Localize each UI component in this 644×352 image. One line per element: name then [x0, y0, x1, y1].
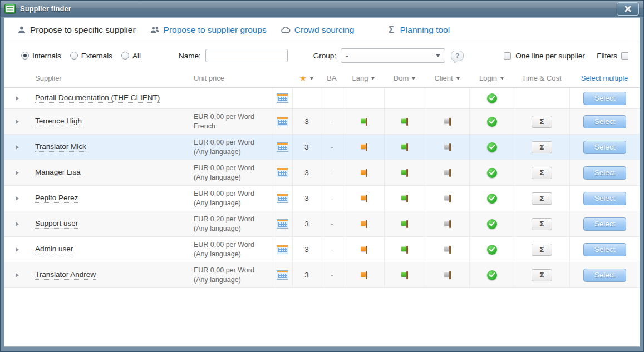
lang-cell	[343, 135, 384, 160]
login-status-icon	[487, 117, 497, 127]
header-star-sort[interactable]: ★	[292, 69, 321, 87]
dom-flag-icon[interactable]	[400, 220, 409, 229]
client-flag-icon[interactable]	[443, 194, 452, 203]
lang-flag-icon[interactable]	[360, 194, 368, 203]
tab-planning-tool[interactable]: Σ Planning tool	[387, 25, 450, 35]
select-button[interactable]: Select	[583, 269, 626, 282]
dom-flag-icon[interactable]	[400, 194, 409, 203]
select-button[interactable]: Select	[583, 115, 626, 128]
header-dom-sort[interactable]: Dom	[384, 69, 425, 87]
dom-flag-icon[interactable]	[400, 117, 409, 126]
calendar-cell	[272, 262, 292, 287]
select-button[interactable]: Select	[583, 243, 626, 256]
login-cell	[469, 135, 514, 160]
lang-cell	[343, 160, 384, 185]
star-rating-value	[292, 88, 321, 108]
row-expander-icon[interactable]	[16, 247, 19, 252]
radio-externals[interactable]	[70, 52, 78, 60]
client-flag-icon[interactable]	[443, 271, 452, 280]
row-expander-icon[interactable]	[16, 196, 19, 201]
supplier-link[interactable]: Support user	[35, 219, 78, 229]
time-cost-button[interactable]: Σ	[532, 141, 552, 153]
header-client-sort[interactable]: Client	[425, 69, 469, 87]
time-cost-button[interactable]: Σ	[532, 269, 552, 281]
radio-internals-label[interactable]: Internals	[32, 52, 61, 60]
filters-label[interactable]: Filters	[597, 52, 617, 60]
calendar-icon[interactable]	[277, 245, 288, 254]
client-flag-icon[interactable]	[443, 117, 452, 126]
dom-flag-icon[interactable]	[400, 245, 409, 254]
time-cost-button[interactable]: Σ	[532, 167, 552, 179]
close-button[interactable]	[617, 2, 639, 16]
header-login-sort[interactable]: Login	[469, 69, 514, 87]
header-lang-sort[interactable]: Lang	[343, 69, 384, 87]
supplier-link[interactable]: Translator Andrew	[35, 270, 96, 280]
lang-flag-icon[interactable]	[360, 143, 368, 152]
table-row: Pepito Perez EUR 0,00 per Word (Any lang…	[4, 186, 640, 211]
tab-propose-supplier-groups[interactable]: Propose to supplier groups	[150, 25, 267, 35]
help-icon[interactable]: ?	[451, 51, 464, 61]
radio-all-label[interactable]: All	[132, 52, 141, 60]
row-expander-icon[interactable]	[16, 96, 19, 101]
calendar-icon[interactable]	[277, 270, 288, 280]
calendar-icon[interactable]	[277, 194, 288, 203]
lang-flag-icon[interactable]	[360, 117, 368, 126]
row-expander-icon[interactable]	[16, 120, 19, 124]
lang-flag-icon[interactable]	[360, 168, 368, 177]
select-button[interactable]: Select	[583, 92, 626, 105]
select-button[interactable]: Select	[583, 166, 626, 180]
select-cell: Select	[569, 211, 640, 236]
client-flag-icon[interactable]	[443, 168, 452, 177]
row-expander-icon[interactable]	[16, 222, 19, 226]
row-expander-icon[interactable]	[16, 145, 19, 150]
tab-propose-specific-supplier[interactable]: Propose to specific supplier	[17, 25, 136, 35]
select-multiple-link[interactable]: Select multiple	[569, 69, 640, 87]
time-cost-button[interactable]: Σ	[532, 218, 552, 230]
select-button[interactable]: Select	[583, 141, 626, 154]
client-flag-icon[interactable]	[443, 143, 452, 152]
supplier-link[interactable]: Translator Mick	[35, 142, 86, 152]
sort-arrow-icon	[412, 77, 415, 80]
one-line-per-supplier-checkbox[interactable]	[504, 52, 511, 60]
lang-flag-icon[interactable]	[360, 245, 368, 254]
dom-flag-icon[interactable]	[400, 143, 409, 152]
radio-externals-label[interactable]: Externals	[81, 52, 112, 60]
select-button[interactable]: Select	[583, 192, 626, 205]
time-cost-button[interactable]: Σ	[532, 192, 552, 205]
client-flag-icon[interactable]	[443, 245, 452, 254]
tab-crowd-sourcing[interactable]: Crowd sourcing	[281, 25, 355, 35]
supplier-cell: Portail Documentation (THE CLIENT)	[30, 88, 188, 108]
calendar-icon[interactable]	[277, 117, 288, 126]
radio-internals[interactable]	[21, 52, 29, 60]
calendar-icon[interactable]	[277, 93, 288, 103]
supplier-link[interactable]: Terrence High	[35, 117, 82, 126]
row-expander-icon[interactable]	[16, 171, 19, 175]
dom-flag-icon[interactable]	[400, 168, 409, 177]
filter-bar: Internals Externals All Name: Group: - ?	[4, 42, 640, 69]
client-flag-icon[interactable]	[443, 220, 452, 229]
supplier-link[interactable]: Pepito Perez	[35, 194, 78, 203]
lang-cell	[343, 262, 384, 287]
supplier-link[interactable]: Manager Lisa	[35, 168, 81, 177]
header-client-label: Client	[434, 74, 453, 82]
dom-flag-icon[interactable]	[400, 271, 409, 280]
row-expander-icon[interactable]	[16, 273, 19, 277]
supplier-link[interactable]: Admin user	[35, 245, 73, 254]
name-input[interactable]	[205, 49, 288, 62]
calendar-icon[interactable]	[277, 168, 288, 177]
expander-cell	[4, 160, 30, 185]
supplier-link[interactable]: Portail Documentation (THE CLIENT)	[35, 93, 160, 103]
time-cost-button[interactable]: Σ	[532, 116, 552, 128]
filters-option: Filters	[597, 52, 631, 60]
calendar-icon[interactable]	[277, 219, 288, 229]
group-dropdown[interactable]: -	[341, 48, 445, 63]
one-line-per-supplier-label[interactable]: One line per supplier	[515, 52, 585, 60]
filters-checkbox[interactable]	[621, 52, 628, 60]
lang-flag-icon[interactable]	[360, 220, 368, 229]
radio-all[interactable]	[121, 52, 129, 60]
time-cost-button[interactable]: Σ	[532, 244, 552, 256]
sort-arrow-icon	[371, 77, 375, 80]
calendar-icon[interactable]	[277, 142, 288, 152]
select-button[interactable]: Select	[583, 217, 626, 231]
lang-flag-icon[interactable]	[360, 271, 368, 280]
